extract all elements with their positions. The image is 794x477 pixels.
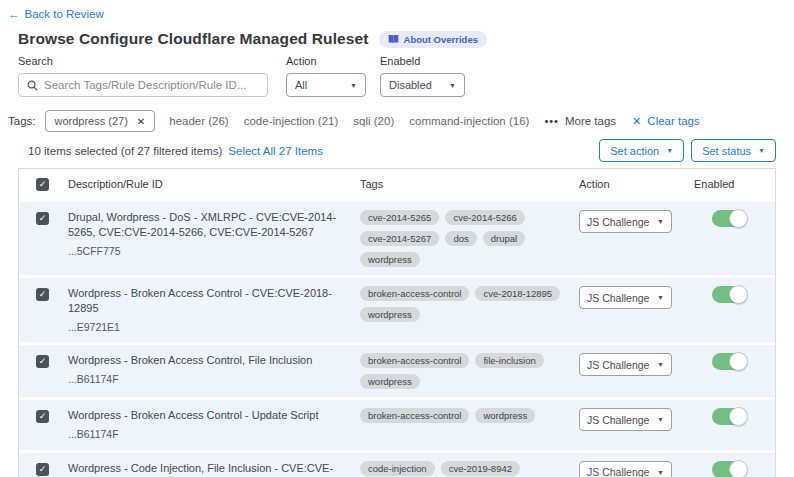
tags-label: Tags: bbox=[8, 115, 36, 127]
title-row: Browse Configure Cloudflare Managed Rule… bbox=[18, 30, 487, 48]
row-checkbox[interactable]: ✓ bbox=[36, 212, 49, 225]
page: ← Back to Review Browse Configure Cloudf… bbox=[0, 0, 794, 477]
table-row: ✓ Wordpress - Broken Access Control - CV… bbox=[19, 278, 775, 342]
rule-description: Wordpress - Broken Access Control - CVE:… bbox=[68, 286, 346, 317]
set-action-label: Set action bbox=[610, 145, 659, 157]
set-status-button[interactable]: Set status ▼ bbox=[691, 139, 776, 162]
ellipsis-icon: ••• bbox=[544, 115, 559, 127]
enabled-toggle[interactable] bbox=[712, 353, 747, 370]
row-checkbox[interactable]: ✓ bbox=[36, 288, 49, 301]
tag-pill: wordpress bbox=[475, 408, 535, 423]
more-tags-button[interactable]: ••• More tags bbox=[544, 115, 616, 127]
action-filter-value: All bbox=[295, 79, 307, 91]
clear-tags-button[interactable]: ✕ Clear tags bbox=[632, 115, 700, 128]
rule-action-select[interactable]: JS Challenge ▼ bbox=[579, 408, 672, 431]
rule-tags: code-injectioncve-2019-8942cve-2019-8943… bbox=[360, 461, 579, 477]
enabled-toggle[interactable] bbox=[712, 461, 747, 477]
toggle-knob bbox=[729, 209, 748, 228]
tag-pill: cve-2014-5267 bbox=[360, 231, 439, 246]
tag-pill: cve-2014-5266 bbox=[445, 210, 524, 225]
rule-action-value: JS Challenge bbox=[587, 359, 649, 371]
action-filter: Action All ▼ bbox=[286, 55, 366, 97]
row-checkbox[interactable]: ✓ bbox=[36, 463, 49, 476]
available-tag[interactable]: header (26) bbox=[169, 115, 228, 127]
table-row: ✓ Wordpress - Code Injection, File Inclu… bbox=[19, 453, 775, 477]
available-tag[interactable]: sqli (20) bbox=[353, 115, 394, 127]
tag-pill: drupal bbox=[483, 231, 525, 246]
selection-bar: 10 items selected (of 27 filtered items)… bbox=[18, 139, 776, 162]
rule-description: Wordpress - Broken Access Control, File … bbox=[68, 353, 346, 368]
table-row: ✓ Wordpress - Broken Access Control, Fil… bbox=[19, 345, 775, 397]
back-link-label: Back to Review bbox=[25, 8, 104, 20]
available-tags: header (26)code-injection (21)sqli (20)c… bbox=[169, 115, 529, 127]
available-tag[interactable]: command-injection (16) bbox=[409, 115, 529, 127]
tag-pill: wordpress bbox=[360, 252, 420, 267]
table-row: ✓ Drupal, Wordpress - DoS - XMLRPC - CVE… bbox=[19, 202, 775, 275]
available-tag[interactable]: code-injection (21) bbox=[244, 115, 339, 127]
col-enabled: Enabled bbox=[694, 178, 775, 190]
tag-pill: broken-access-control bbox=[360, 286, 469, 301]
clear-icon: ✕ bbox=[632, 115, 641, 128]
table-header: ✓ Description/Rule ID Tags Action Enable… bbox=[19, 169, 775, 199]
search-filter: Search bbox=[18, 55, 268, 97]
select-all-checkbox[interactable]: ✓ bbox=[36, 178, 49, 191]
chevron-down-icon: ▼ bbox=[350, 82, 357, 89]
enabled-toggle[interactable] bbox=[712, 408, 747, 425]
tag-pill: code-injection bbox=[360, 461, 435, 476]
set-action-button[interactable]: Set action ▼ bbox=[599, 139, 684, 162]
about-overrides-badge[interactable]: About Overrides bbox=[379, 31, 487, 48]
tag-pill: cve-2014-5265 bbox=[360, 210, 439, 225]
rule-description: Drupal, Wordpress - DoS - XMLRPC - CVE:C… bbox=[68, 210, 346, 241]
rule-action-value: JS Challenge bbox=[587, 216, 649, 228]
chevron-down-icon: ▼ bbox=[657, 218, 664, 225]
back-to-review-link[interactable]: ← Back to Review bbox=[8, 8, 104, 20]
tag-pill: cve-2018-12895 bbox=[475, 286, 560, 301]
rule-action-value: JS Challenge bbox=[587, 466, 649, 477]
rule-tags: broken-access-controlwordpress bbox=[360, 408, 579, 441]
rules-table: ✓ Description/Rule ID Tags Action Enable… bbox=[18, 168, 776, 477]
back-arrow-icon: ← bbox=[8, 8, 20, 20]
chevron-down-icon: ▼ bbox=[657, 469, 664, 476]
search-label: Search bbox=[18, 55, 268, 67]
rule-action-select[interactable]: JS Challenge ▼ bbox=[579, 353, 672, 376]
search-input[interactable] bbox=[44, 79, 259, 91]
tag-pill: dos bbox=[445, 231, 476, 246]
rule-id: ...E9721E1 bbox=[68, 320, 346, 335]
chevron-down-icon: ▼ bbox=[666, 147, 673, 154]
book-icon bbox=[388, 34, 399, 44]
tag-pill: wordpress bbox=[360, 307, 420, 322]
rule-description: Wordpress - Code Injection, File Inclusi… bbox=[68, 461, 346, 477]
rule-tags: cve-2014-5265cve-2014-5266cve-2014-5267d… bbox=[360, 210, 579, 267]
toggle-knob bbox=[729, 460, 748, 477]
chevron-down-icon: ▼ bbox=[657, 416, 664, 423]
toggle-knob bbox=[729, 285, 748, 304]
chevron-down-icon: ▼ bbox=[657, 294, 664, 301]
col-tags: Tags bbox=[360, 178, 579, 190]
chevron-down-icon: ▼ bbox=[758, 147, 765, 154]
action-filter-select[interactable]: All ▼ bbox=[286, 73, 366, 97]
toggle-knob bbox=[729, 352, 748, 371]
selection-summary: 10 items selected (of 27 filtered items) bbox=[28, 145, 222, 157]
tags-bar: Tags: wordpress (27) ✕ header (26)code-i… bbox=[8, 110, 786, 132]
tag-pill: broken-access-control bbox=[360, 408, 469, 423]
chevron-down-icon: ▼ bbox=[657, 361, 664, 368]
remove-tag-icon[interactable]: ✕ bbox=[137, 116, 145, 127]
selected-tag-chip[interactable]: wordpress (27) ✕ bbox=[45, 110, 156, 132]
rule-tags: broken-access-controlfile-inclusionwordp… bbox=[360, 353, 579, 389]
rule-action-select[interactable]: JS Challenge ▼ bbox=[579, 286, 672, 309]
select-all-link[interactable]: Select All 27 Items bbox=[228, 145, 323, 157]
enabled-toggle[interactable] bbox=[712, 286, 747, 303]
set-status-label: Set status bbox=[702, 145, 751, 157]
chevron-down-icon: ▼ bbox=[449, 82, 456, 89]
rule-id: ...5CFF775 bbox=[68, 244, 346, 259]
rule-action-select[interactable]: JS Challenge ▼ bbox=[579, 210, 672, 233]
enabled-filter-select[interactable]: Disabled ▼ bbox=[380, 73, 465, 97]
tag-pill: cve-2019-8942 bbox=[441, 461, 520, 476]
row-checkbox[interactable]: ✓ bbox=[36, 410, 49, 423]
row-checkbox[interactable]: ✓ bbox=[36, 355, 49, 368]
rule-tags: broken-access-controlcve-2018-12895wordp… bbox=[360, 286, 579, 334]
rule-action-select[interactable]: JS Challenge ▼ bbox=[579, 461, 672, 477]
tag-pill: wordpress bbox=[360, 374, 420, 389]
enabled-toggle[interactable] bbox=[712, 210, 747, 227]
rule-action-value: JS Challenge bbox=[587, 414, 649, 426]
